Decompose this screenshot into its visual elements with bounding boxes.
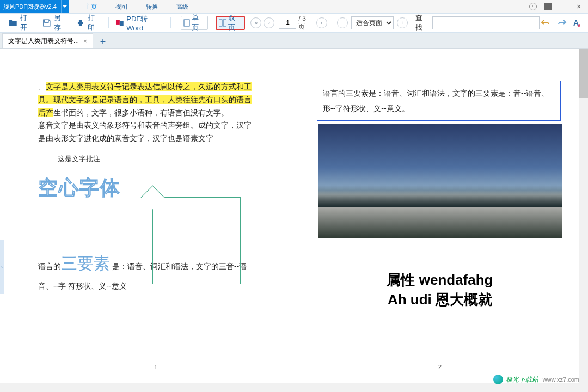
page-1: 、文字是人类用表义符号记录表达信息以传之，久远的方式和工具。现代文字多是记录语言… (27, 65, 284, 377)
p2-photo (318, 124, 562, 238)
open-button[interactable]: 打开 (4, 11, 38, 35)
p1-annotation: 这是文字批注 (58, 154, 284, 164)
zoom-out-button[interactable]: − (337, 17, 348, 28)
scrollbar-thumb[interactable] (579, 49, 588, 98)
p1-paragraph-2: 意音文字是由表义的象形符号和表音的声旁组。成的文字，汉字是由表形文字进化成的意音… (38, 119, 256, 145)
open-icon (9, 19, 17, 27)
svg-rect-1 (119, 21, 123, 26)
svg-rect-3 (219, 20, 222, 26)
watermark: 极光下载站 www.xz7.com (493, 375, 579, 384)
print-button[interactable]: 打印 (72, 11, 106, 35)
tab-close-icon[interactable]: × (83, 38, 87, 45)
pdf2word-button[interactable]: PDF转Word (111, 12, 168, 34)
page-2: 语言的三要素是：语音、词汇和语法，文字的三要素是：音--语音、形--字符形状、义… (311, 65, 568, 377)
single-page-button[interactable]: 单页 (181, 16, 208, 30)
undo-icon (541, 19, 550, 27)
watermark-icon (493, 375, 503, 384)
document-tab-label: 文字是人类用表义符号... (8, 36, 79, 46)
maximize-icon[interactable] (560, 3, 567, 10)
search-label: 查找 (415, 13, 430, 33)
page-total-label: / 3 页 (298, 15, 314, 32)
svg-rect-4 (223, 20, 226, 26)
document-view: › 、文字是人类用表义符号记录表达信息以传之，久远的方式和工具。现代文字多是记录… (0, 49, 579, 392)
page-2-number: 2 (438, 364, 442, 370)
svg-rect-2 (184, 20, 189, 26)
text-tool-button[interactable]: Aa (572, 17, 584, 29)
svg-rect-0 (116, 20, 120, 25)
text-tool-icon: Aa (573, 18, 583, 28)
menu-convert[interactable]: 转换 (146, 3, 158, 11)
svg-text:a: a (578, 22, 580, 28)
main-toolbar: 打开 另存 打印 PDF转Word 单页 双页 « ‹ / 3 页 › − 适合… (0, 13, 588, 33)
menu-home[interactable]: 主页 (85, 3, 97, 11)
side-panel-handle[interactable]: › (0, 240, 4, 294)
p2-heading: 属性 wendafahg Ah udi 恩大概就 (311, 270, 568, 310)
first-page-button[interactable]: « (250, 17, 261, 28)
zoom-in-button[interactable]: + (397, 17, 408, 28)
p1-hexagon-shape (152, 197, 241, 284)
vertical-scrollbar[interactable] (579, 49, 588, 392)
redo-button[interactable] (556, 17, 568, 29)
search-input[interactable] (432, 16, 540, 29)
horizontal-scrollbar[interactable] (0, 383, 579, 392)
redo-icon (557, 19, 567, 27)
add-tab-button[interactable]: + (96, 35, 109, 48)
minimize-icon[interactable] (544, 3, 552, 10)
saveas-icon (42, 19, 51, 27)
single-page-icon (183, 19, 190, 27)
page-1-number: 1 (154, 364, 157, 370)
double-page-icon (219, 19, 226, 27)
undo-button[interactable] (540, 17, 552, 29)
menu-advanced[interactable]: 高级 (176, 3, 188, 11)
prev-page-button[interactable]: ‹ (264, 17, 274, 28)
saveas-button[interactable]: 另存 (38, 11, 72, 35)
page-number-input[interactable] (279, 17, 296, 29)
print-icon (76, 19, 85, 27)
double-page-button[interactable]: 双页 (216, 16, 245, 30)
close-icon[interactable]: × (575, 3, 583, 10)
p2-box-text: 语言的三要素是：语音、词汇和语法，文字的三要素是：音--语音、形--字符形状、义… (317, 81, 561, 121)
p1-paragraph-1: 、文字是人类用表义符号记录表达信息以传之，久远的方式和工具。现代文字多是记录语言… (38, 81, 256, 119)
next-page-button[interactable]: › (316, 17, 327, 28)
settings-icon[interactable] (529, 3, 537, 10)
zoom-select[interactable]: 适合页面 (351, 16, 394, 29)
pdf2word-icon (115, 19, 124, 27)
document-tab-strip: 文字是人类用表义符号... × + (0, 33, 588, 49)
menu-view[interactable]: 视图 (115, 3, 127, 11)
document-tab[interactable]: 文字是人类用表义符号... × (2, 33, 93, 48)
